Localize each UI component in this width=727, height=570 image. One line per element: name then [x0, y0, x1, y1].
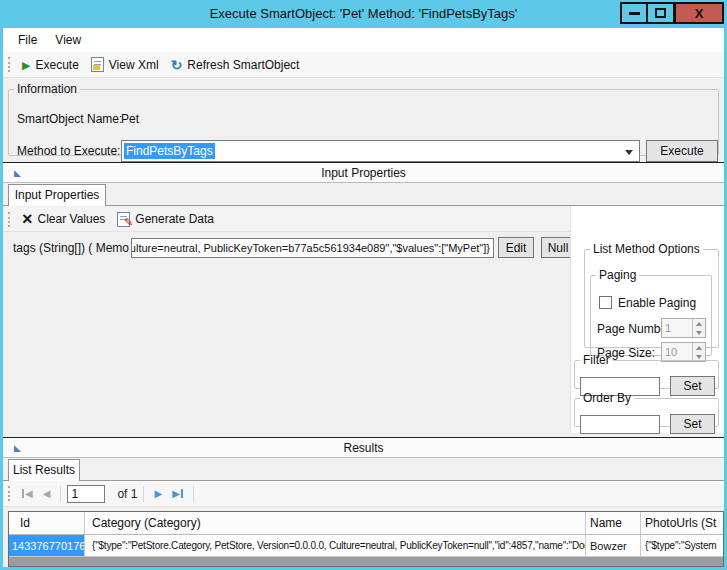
- collapse-icon[interactable]: ◣: [14, 168, 21, 178]
- list-method-options-panel: List Method Options Paging Enable Paging…: [570, 206, 724, 433]
- play-icon: ▶: [22, 53, 30, 77]
- window-title: Execute SmartObject: 'Pet' Method: 'Find…: [3, 0, 724, 28]
- input-properties-header[interactable]: ◣ Input Properties: [3, 162, 724, 183]
- collapse-icon[interactable]: ◣: [14, 443, 21, 453]
- cell-photourls[interactable]: {"$type":"System: [641, 535, 724, 556]
- toolbar-grip[interactable]: [8, 212, 10, 227]
- edit-button[interactable]: Edit: [498, 237, 534, 258]
- menu-bar: File View: [3, 28, 724, 52]
- column-header-category[interactable]: Category (Category): [85, 512, 586, 534]
- cell-name[interactable]: Bowzer: [586, 535, 641, 556]
- tags-input-value: Culture=neutral, PublicKeyToken=b77a5c56…: [131, 242, 490, 254]
- spin-up-icon[interactable]: [693, 343, 705, 352]
- results-title: Results: [343, 441, 383, 455]
- client-area: File View ▶ Execute View Xml ↻ Refresh S…: [3, 28, 724, 567]
- filter-group-label: Filter: [580, 353, 613, 367]
- prev-page-button[interactable]: ◀: [39, 488, 55, 499]
- minimize-icon: [629, 12, 640, 15]
- main-toolbar: ▶ Execute View Xml ↻ Refresh SmartObject: [3, 52, 724, 78]
- minimize-button[interactable]: [620, 2, 647, 24]
- maximize-button[interactable]: [647, 2, 674, 24]
- view-xml-button[interactable]: View Xml: [85, 53, 165, 77]
- input-properties-tab[interactable]: Input Properties: [8, 184, 106, 206]
- page-count-label: of 1: [117, 487, 137, 501]
- view-xml-icon: [91, 57, 104, 72]
- paging-group-label: Paging: [596, 268, 639, 282]
- smartobject-name-value: Pet: [121, 112, 139, 126]
- results-table: Id Category (Category) Name PhotoUrls (S…: [8, 511, 724, 567]
- column-header-id[interactable]: Id: [9, 512, 85, 534]
- next-page-icon: ▶: [154, 488, 162, 499]
- clear-values-icon: ×: [22, 209, 33, 229]
- order-by-set-button[interactable]: Set: [670, 414, 715, 434]
- list-results-tab[interactable]: List Results: [8, 459, 80, 481]
- last-page-button[interactable]: ▶: [168, 488, 187, 499]
- generate-data-icon: ✎: [117, 212, 130, 227]
- maximize-icon: [655, 8, 666, 18]
- results-pager: ◀ ◀ of 1 ▶ ▶: [3, 481, 724, 507]
- menu-view[interactable]: View: [46, 28, 90, 52]
- execute-button[interactable]: Execute: [646, 140, 718, 162]
- toolbar-grip[interactable]: [8, 486, 10, 501]
- refresh-label: Refresh SmartObject: [187, 58, 299, 72]
- enable-paging-label: Enable Paging: [618, 296, 696, 310]
- titlebar[interactable]: Execute SmartObject: 'Pet' Method: 'Find…: [3, 0, 724, 28]
- clear-values-button[interactable]: × Clear Values: [16, 207, 111, 231]
- method-selected-value: FindPetsByTags: [124, 143, 215, 159]
- page-input[interactable]: [67, 485, 105, 503]
- execute-toolbar-button[interactable]: ▶ Execute: [16, 53, 85, 77]
- menu-file[interactable]: File: [9, 28, 46, 52]
- prev-page-icon: ◀: [43, 488, 51, 499]
- toolbar-grip[interactable]: [8, 57, 10, 72]
- filter-group: Filter Set: [574, 353, 719, 389]
- cell-id[interactable]: 1433767701761: [9, 535, 85, 556]
- method-to-execute-label: Method to Execute:: [17, 144, 120, 158]
- column-header-name[interactable]: Name: [586, 512, 641, 534]
- information-group: Information SmartObject Name: Pet Method…: [8, 82, 719, 156]
- view-xml-label: View Xml: [109, 58, 159, 72]
- paging-group: Paging Enable Paging Page Number: Page S…: [590, 268, 712, 356]
- generate-data-button[interactable]: ✎ Generate Data: [111, 207, 220, 231]
- page-number-spinner[interactable]: [661, 318, 706, 338]
- combo-dropdown-icon[interactable]: [625, 150, 633, 155]
- enable-paging-checkbox[interactable]: [599, 296, 612, 309]
- order-by-group: Order By Set: [574, 391, 719, 427]
- input-properties-title: Input Properties: [321, 166, 406, 180]
- method-combobox[interactable]: FindPetsByTags: [121, 140, 640, 162]
- first-page-button[interactable]: ◀: [18, 488, 37, 499]
- tags-label: tags (String[]) ( Memo ): [13, 241, 136, 255]
- refresh-smartobject-button[interactable]: ↻ Refresh SmartObject: [165, 53, 306, 77]
- column-header-photourls[interactable]: PhotoUrls (St: [641, 512, 724, 534]
- cell-category[interactable]: {"$type":"PetStore.Category, PetStore, V…: [85, 535, 586, 556]
- dialog-window: Execute SmartObject: 'Pet' Method: 'Find…: [0, 0, 727, 570]
- next-page-button[interactable]: ▶: [150, 488, 166, 499]
- tags-input[interactable]: Culture=neutral, PublicKeyToken=b77a5c56…: [131, 238, 494, 258]
- list-method-options-label: List Method Options: [590, 242, 703, 256]
- list-method-options-group: List Method Options Paging Enable Paging…: [584, 242, 719, 348]
- page-number-input[interactable]: [662, 319, 692, 337]
- clear-values-label: Clear Values: [38, 212, 106, 226]
- results-header[interactable]: ◣ Results: [3, 437, 724, 458]
- order-by-group-label: Order By: [580, 391, 634, 405]
- refresh-icon: ↻: [171, 54, 183, 76]
- close-button[interactable]: X: [674, 2, 724, 24]
- table-header-row: Id Category (Category) Name PhotoUrls (S…: [9, 512, 724, 535]
- order-by-input[interactable]: [580, 415, 660, 434]
- smartobject-name-label: SmartObject Name:: [17, 112, 122, 126]
- close-icon: X: [695, 6, 704, 21]
- spin-up-icon[interactable]: [693, 319, 705, 328]
- execute-toolbar-label: Execute: [35, 58, 78, 72]
- last-page-icon: [181, 489, 183, 498]
- table-row[interactable]: 1433767701761 {"$type":"PetStore.Categor…: [9, 535, 724, 557]
- first-page-icon: [22, 489, 24, 498]
- spin-down-icon[interactable]: [693, 328, 705, 337]
- information-group-label: Information: [14, 82, 80, 96]
- generate-data-label: Generate Data: [135, 212, 214, 226]
